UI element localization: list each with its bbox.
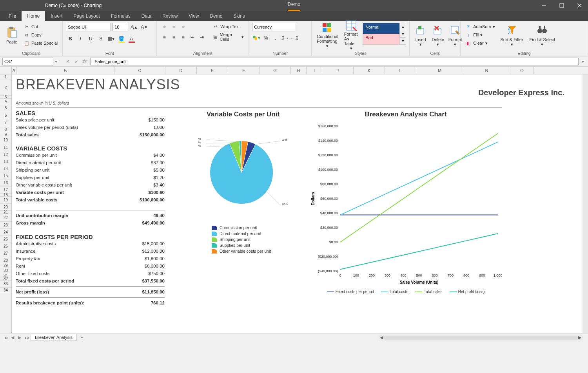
expand-formula-bar-button[interactable]: ▾	[580, 59, 586, 64]
row-header[interactable]: 25	[0, 236, 11, 243]
column-header[interactable]: F	[228, 67, 260, 74]
align-bottom-button[interactable]: ≡	[179, 23, 187, 31]
tab-home[interactable]: Home	[22, 11, 45, 21]
row-header[interactable]: 7	[0, 119, 11, 126]
column-header[interactable]: J	[322, 67, 354, 74]
insert-function-button[interactable]: fx	[82, 58, 89, 65]
align-left-button[interactable]: ≡	[160, 33, 169, 42]
cut-button[interactable]: ✂Cut	[22, 23, 59, 31]
name-box-dropdown[interactable]: ▾	[55, 59, 57, 64]
maximize-button[interactable]	[553, 0, 570, 11]
decrease-font-button[interactable]: A▼	[140, 23, 149, 31]
column-header[interactable]: A	[12, 67, 16, 74]
row-header[interactable]: 1	[0, 74, 11, 80]
close-button[interactable]	[570, 0, 588, 11]
row-header[interactable]: 21	[0, 211, 11, 214]
wrap-text-button[interactable]: ↵Wrap Text	[211, 23, 245, 31]
row-header[interactable]: 9	[0, 133, 11, 136]
column-header[interactable]: M	[416, 67, 463, 74]
styles-more-button[interactable]: ▾	[400, 38, 406, 44]
style-normal[interactable]: Normal	[363, 23, 399, 34]
column-header[interactable]: H	[291, 67, 307, 74]
column-header[interactable]: G	[260, 67, 291, 74]
style-bad[interactable]: Bad	[363, 34, 399, 44]
row-header[interactable]: 19	[0, 197, 11, 204]
horizontal-scrollbar[interactable]: ◀▶	[379, 335, 583, 340]
row-header[interactable]: 11	[0, 144, 11, 151]
row-header[interactable]: 18	[0, 194, 11, 197]
name-box[interactable]	[2, 58, 53, 65]
row-header[interactable]: 23	[0, 222, 11, 229]
row-header[interactable]: 10	[0, 136, 11, 144]
column-header[interactable]: D	[165, 67, 197, 74]
decrease-decimal-button[interactable]: ←.0	[290, 34, 298, 42]
sheet-nav-last[interactable]: ⏭	[24, 335, 30, 341]
increase-indent-button[interactable]: ⇥	[198, 33, 206, 42]
align-right-button[interactable]: ≡	[179, 33, 187, 42]
cell-styles-gallery[interactable]: Normal Bad	[363, 23, 400, 45]
font-color-button[interactable]: A	[127, 34, 136, 43]
column-header[interactable]: C	[114, 67, 165, 74]
clear-button[interactable]: ◧Clear ▾	[464, 39, 496, 47]
borders-button[interactable]: ▦▾	[107, 34, 115, 43]
merge-cells-button[interactable]: ▦Merge Cells ▾	[211, 33, 245, 41]
sheet-nav-next[interactable]: ▶	[16, 335, 23, 341]
delete-cells-button[interactable]: Delete ▾	[430, 23, 446, 48]
row-header[interactable]: 34	[0, 288, 11, 293]
row-header[interactable]: 13	[0, 158, 11, 165]
row-header[interactable]: 15	[0, 172, 11, 179]
select-all-cell[interactable]	[0, 67, 12, 74]
currency-button[interactable]: ▾	[252, 34, 261, 42]
row-header[interactable]: 3	[0, 96, 11, 99]
row-header[interactable]: 29	[0, 264, 11, 267]
sort-filter-button[interactable]: AZ Sort & Filter ▾	[498, 23, 526, 48]
row-header[interactable]: 27	[0, 250, 11, 257]
column-header[interactable]: E	[197, 67, 228, 74]
column-header[interactable]: O	[510, 67, 534, 74]
column-header[interactable]: N	[463, 67, 510, 74]
tab-page-layout[interactable]: Page Layout	[68, 11, 105, 21]
percent-button[interactable]: %	[261, 34, 270, 42]
decrease-indent-button[interactable]: ⇤	[188, 33, 197, 42]
font-name-select[interactable]	[66, 23, 111, 31]
tab-skins[interactable]: Skins	[228, 11, 250, 21]
formula-input[interactable]	[90, 58, 579, 65]
underline-button[interactable]: U	[86, 34, 95, 43]
increase-decimal-button[interactable]: .0→	[280, 34, 289, 42]
row-header[interactable]: 12	[0, 151, 11, 158]
row-header[interactable]: 5	[0, 104, 11, 112]
align-center-button[interactable]: ≡	[169, 33, 178, 42]
fill-button[interactable]: ↓Fill ▾	[464, 31, 496, 39]
align-top-button[interactable]: ≡	[160, 23, 169, 31]
strikethrough-button[interactable]: S	[96, 34, 105, 43]
row-header[interactable]: 14	[0, 165, 11, 172]
column-header[interactable]: I	[307, 67, 322, 74]
copy-button[interactable]: ⧉Copy	[22, 31, 59, 39]
styles-down-button[interactable]: ▾	[400, 30, 406, 37]
insert-cells-button[interactable]: Insert ▾	[413, 23, 428, 48]
autosum-button[interactable]: ΣAutoSum ▾	[464, 23, 496, 31]
row-header[interactable]: 22	[0, 214, 11, 222]
sheet-nav-prev[interactable]: ◀	[9, 335, 16, 341]
row-header[interactable]: 33	[0, 281, 11, 288]
vertical-scrollbar[interactable]	[583, 74, 588, 333]
row-header[interactable]: 32	[0, 277, 11, 281]
minimize-button[interactable]	[535, 0, 553, 11]
column-header[interactable]: K	[354, 67, 385, 74]
paste-button[interactable]: Paste	[3, 23, 20, 48]
sheet-tab-active[interactable]: Breakeven Analysis	[31, 334, 77, 341]
number-format-select[interactable]	[252, 23, 295, 31]
row-header[interactable]: 16	[0, 179, 11, 186]
comma-button[interactable]: ,	[271, 34, 279, 42]
find-select-button[interactable]: Find & Select ▾	[527, 23, 557, 48]
tab-data[interactable]: Data	[136, 11, 157, 21]
sheet-nav-first[interactable]: ⏮	[2, 335, 9, 341]
italic-button[interactable]: I	[76, 34, 85, 43]
bold-button[interactable]: B	[66, 34, 74, 43]
row-header[interactable]: 4	[0, 99, 11, 104]
row-header[interactable]: 26	[0, 243, 11, 250]
fill-color-button[interactable]: 🪣	[117, 34, 125, 43]
tab-view[interactable]: View	[183, 11, 205, 21]
styles-up-button[interactable]: ▴	[400, 23, 406, 30]
add-sheet-button[interactable]: ＋	[78, 334, 87, 341]
